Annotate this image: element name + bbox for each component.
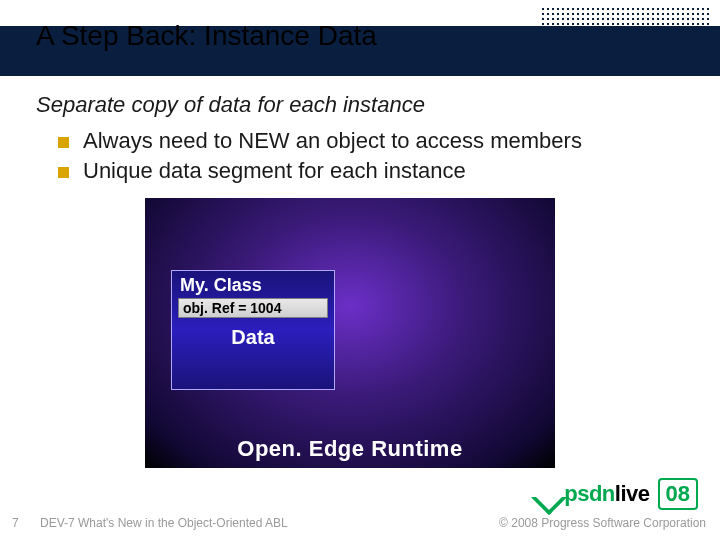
instance-class-name: My. Class [172, 271, 334, 298]
diagram-runtime: My. Class obj. Ref = 1004 Data Open. Edg… [145, 198, 555, 468]
footer-note: DEV-7 What's New in the Object-Oriented … [40, 516, 288, 530]
instance-objref: obj. Ref = 1004 [178, 298, 328, 318]
logo-text: psdnlive [564, 481, 649, 507]
bullet-square-icon [58, 167, 69, 178]
decor-dot-grid [540, 6, 710, 31]
logo-live: live [615, 481, 650, 506]
bullet-text: Always need to NEW an object to access m… [83, 128, 582, 154]
slide-subhead: Separate copy of data for each instance [36, 92, 425, 118]
list-item: Always need to NEW an object to access m… [58, 128, 668, 154]
logo-year: 08 [658, 478, 698, 510]
bullet-square-icon [58, 137, 69, 148]
brand-logo: psdnlive 08 [534, 478, 698, 510]
bullet-text: Unique data segment for each instance [83, 158, 466, 184]
instance-box: My. Class obj. Ref = 1004 Data [171, 270, 335, 390]
slide: A Step Back: Instance Data Separate copy… [0, 0, 720, 540]
runtime-label: Open. Edge Runtime [145, 436, 555, 462]
footer-copyright: © 2008 Progress Software Corporation [499, 516, 706, 530]
instance-data-label: Data [172, 326, 334, 349]
slide-title: A Step Back: Instance Data [36, 20, 377, 52]
title-bar: A Step Back: Instance Data [0, 0, 720, 76]
page-number: 7 [12, 516, 19, 530]
logo-psdn: psdn [564, 481, 615, 506]
progress-chevron-icon [534, 482, 558, 506]
list-item: Unique data segment for each instance [58, 158, 668, 184]
bullet-list: Always need to NEW an object to access m… [58, 128, 668, 188]
